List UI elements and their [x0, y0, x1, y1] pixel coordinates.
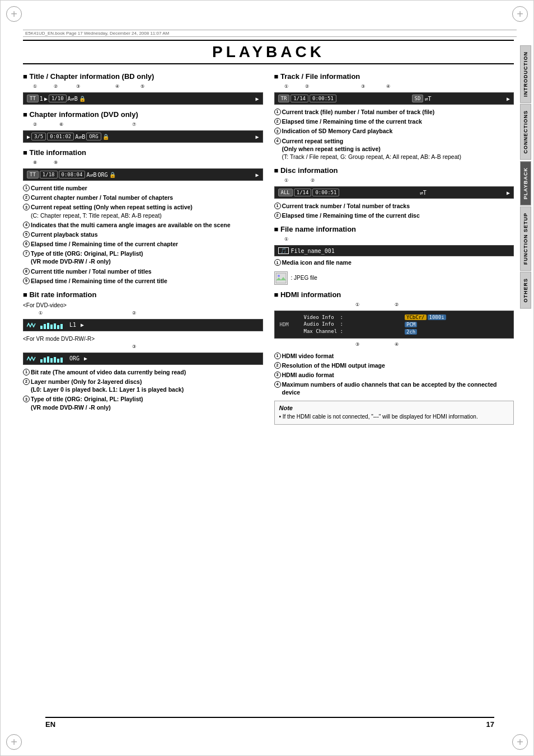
wave-icon	[27, 321, 36, 329]
nums-above-dvd-chapter: ② ⑥ ⑦	[23, 122, 263, 130]
svg-rect-7	[40, 359, 43, 363]
svg-rect-13	[60, 358, 63, 363]
nums-above-title: ⑧ ⑨	[23, 160, 263, 168]
col-left: ■ Title / Chapter information (BD only) …	[23, 72, 263, 425]
annotation-item: 8 Current title number / Total number of…	[23, 267, 263, 275]
disc-annotations: 1 Current track number / Total number of…	[274, 202, 514, 219]
annotation-item: 3 Type of title (ORG: Original, PL: Play…	[23, 395, 263, 411]
section-title-track: ■ Track / File information	[274, 72, 514, 81]
section-title-disc: ■ Disc information	[274, 166, 514, 175]
annotation-item: 1 Current track (file) number / Total nu…	[274, 108, 514, 116]
title-chapter-annotations: 1 Current title number 2 Current chapter…	[23, 184, 263, 285]
svg-rect-5	[57, 325, 59, 329]
annotation-item: 6 Elapsed time / Remaining time of the c…	[23, 240, 263, 248]
section-title-bd: ■ Title / Chapter information (BD only)	[23, 72, 263, 81]
annotation-item: 4 Indicates that the multi camera angle …	[23, 221, 263, 229]
nums-above-disc: ① ②	[274, 178, 514, 186]
hdmi-annotations: 1 HDMI video format 2 Resolution of the …	[274, 352, 514, 397]
svg-rect-14	[276, 273, 286, 283]
note-title: Note	[279, 405, 509, 411]
annotation-item: 1 Current title number	[23, 184, 263, 192]
level-bars-vr	[40, 355, 65, 363]
display-bar-dvd-chapter: ▶ 3/5 0:01:02 A⇌B ORG 🔒 ▶	[23, 130, 263, 143]
annotation-item: 2 Elapsed time / Remaining time of the c…	[274, 212, 514, 219]
annotation-item: 1 Media icon and file name	[274, 259, 514, 266]
display-bar-disc: ALL 1/14 0:00:51 ⇌T ▶	[274, 186, 514, 199]
annotation-item: 7 Type of title (ORG: Original, PL: Play…	[23, 250, 263, 265]
section-title-bitrate: ■ Bit rate information	[23, 290, 263, 299]
filename-bar: 🎵 File_name_001	[274, 245, 514, 256]
svg-rect-12	[57, 359, 59, 363]
svg-point-15	[278, 275, 280, 277]
annotation-item: 1 Bit rate (The amount of video data cur…	[23, 368, 263, 376]
annotation-item: 3 Current repeat setting (Only when repe…	[23, 203, 263, 219]
track-annotations: 1 Current track (file) number / Total nu…	[274, 108, 514, 161]
note-text: • If the HDMI cable is not connected, "-…	[279, 413, 509, 421]
svg-rect-0	[40, 326, 43, 329]
annotation-item: 2 Current chapter number / Total number …	[23, 194, 263, 201]
file-info-bar: E5K41UD_EN.book Page 17 Wednesday, Decem…	[23, 30, 517, 37]
nums-above-bd: ① ② ③ ④ ⑤	[23, 84, 263, 92]
annotation-item: 2 Layer number (Only for 2-layered discs…	[23, 378, 263, 393]
annotation-item: 2 Elapsed time / Remaining time of the c…	[274, 118, 514, 125]
annotation-item: 4 Current repeat setting(Only when repea…	[274, 137, 514, 161]
display-bar-track: TR 1/14 0:00:51 SD ⇌T ▶	[274, 92, 514, 105]
corner-tl	[6, 6, 22, 22]
sidebar-tab-others[interactable]: OTHERS	[520, 272, 531, 309]
annotation-item: 4 Maximum numbers of audio channels that…	[274, 381, 514, 396]
page: E5K41UD_EN.book Page 17 Wednesday, Decem…	[0, 0, 534, 756]
page-title: PLAYBACK	[23, 40, 514, 64]
note-box: Note • If the HDMI cable is not connecte…	[274, 401, 514, 425]
page-number: 17	[486, 720, 494, 729]
section-title-hdmi: ■ HDMI information	[274, 290, 514, 299]
jpeg-icon	[274, 271, 288, 285]
nums-above-bitrate-vr: ③	[23, 344, 263, 352]
section-title-title-info: ■ Title information	[23, 148, 263, 157]
sidebar-tab-connections[interactable]: CONNECTIONS	[520, 104, 531, 160]
main-content: PLAYBACK ■ Title / Chapter information (…	[23, 40, 514, 733]
annotation-item: 1 HDMI video format	[274, 352, 514, 360]
svg-rect-11	[54, 357, 56, 363]
sidebar-tab-introduction[interactable]: INTRODUCTION	[520, 45, 531, 103]
filename-annotations: 1 Media icon and file name	[274, 259, 514, 266]
col-right: ■ Track / File information ① ② ③ ④ TR 1/…	[274, 72, 514, 425]
level-bars	[40, 321, 65, 329]
nums-below-hdmi: ③ ④	[274, 342, 514, 350]
annotation-item: 5 Current playback status	[23, 231, 263, 238]
sidebar-tab-playback[interactable]: PLAYBACK	[520, 161, 531, 205]
annotation-item: 1 Current track number / Total number of…	[274, 202, 514, 210]
two-col-layout: ■ Title / Chapter information (BD only) …	[23, 72, 514, 425]
svg-rect-6	[60, 324, 63, 329]
svg-rect-2	[47, 323, 49, 329]
corner-bl	[6, 734, 22, 750]
right-sidebar: INTRODUCTION CONNECTIONS PLAYBACK FUNCTI…	[518, 1, 533, 755]
svg-rect-1	[44, 324, 46, 329]
svg-rect-9	[47, 356, 49, 363]
svg-rect-3	[50, 325, 53, 329]
nums-above-bitrate-dvd: ① ②	[23, 311, 263, 318]
svg-rect-4	[54, 323, 56, 329]
svg-rect-8	[44, 358, 46, 363]
section-title-dvd-chapter: ■ Chapter information (DVD only)	[23, 110, 263, 119]
bitrate-bar-dvd: L1 ▶	[23, 319, 263, 331]
nums-above-track: ① ② ③ ④	[274, 84, 514, 92]
sidebar-tab-function-setup[interactable]: FUNCTION SETUP	[520, 206, 531, 271]
bitrate-vr-label: <For VR mode DVD-RW/-R>	[23, 336, 263, 342]
nums-above-filename: ①	[274, 237, 514, 245]
page-num-bar: EN 17	[45, 717, 494, 729]
svg-rect-10	[50, 358, 53, 363]
bitrate-annotations: 1 Bit rate (The amount of video data cur…	[23, 368, 263, 411]
wave-icon-vr	[27, 355, 36, 363]
hdmi-display: HDM Video Info : YCbCr/ 1080i	[274, 311, 514, 339]
display-bar-bd: TT 1 ▶ 1/10 A⇌B 🔒 ▶	[23, 92, 263, 105]
display-bar-title: TT 1/18 0:08:04 A⇌B ORG 🔒 ▶	[23, 168, 263, 181]
annotation-item: 3 Indication of SD Memory Card playback	[274, 127, 514, 135]
nums-above-hdmi: ① ②	[274, 302, 514, 310]
page-lang: EN	[45, 720, 55, 729]
bitrate-bar-vr: ORG ▶	[23, 353, 263, 365]
annotation-item: 2 Resolution of the HDMI output image	[274, 361, 514, 369]
jpeg-row: : JPEG file	[274, 271, 514, 285]
bitrate-dvd-label: <For DVD-video>	[23, 302, 263, 308]
section-title-filename: ■ File name information	[274, 225, 514, 233]
annotation-item: 9 Elapsed time / Remaining time of the c…	[23, 277, 263, 285]
